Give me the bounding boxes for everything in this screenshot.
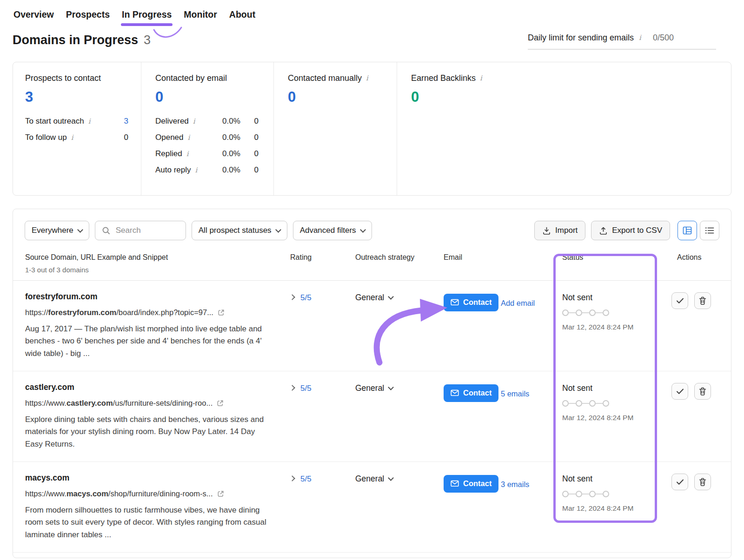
nav-monitor[interactable]: Monitor: [183, 9, 218, 20]
to-start-outreach-value[interactable]: 3: [124, 117, 128, 126]
info-icon[interactable]: i: [70, 134, 74, 141]
domain-link[interactable]: forestryforum.com: [25, 292, 290, 302]
list-view-button[interactable]: [700, 221, 719, 240]
stats-panel: Prospects to contact 3 To start outreach…: [13, 62, 731, 196]
emails-link[interactable]: 3 emails: [501, 480, 529, 489]
mark-done-button[interactable]: [671, 474, 688, 490]
domain-link[interactable]: macys.com: [25, 473, 290, 483]
info-icon[interactable]: i: [194, 167, 199, 174]
add-email-link[interactable]: Add email: [501, 299, 535, 308]
mark-done-button[interactable]: [671, 292, 688, 309]
view-toggle: [678, 221, 719, 240]
stat-value: 0: [155, 89, 264, 105]
status-cell: Not sent Mar 12, 2024 8:24 PM: [562, 382, 671, 422]
info-icon[interactable]: i: [479, 75, 483, 82]
snippet-text: From modern silhouettes to rustic farmho…: [25, 504, 274, 541]
external-link-icon[interactable]: [218, 309, 225, 316]
email-cell: Contact 5 emails: [444, 382, 562, 402]
header-actions: Actions: [671, 253, 719, 274]
daily-limit-label: Daily limit for sending emails: [528, 33, 634, 43]
export-icon: [599, 226, 608, 235]
actions-cell: [671, 473, 719, 490]
expand-row-icon[interactable]: [289, 294, 295, 300]
source-cell: macys.com https://www.macys.com/shop/fur…: [25, 473, 290, 541]
actions-cell: [671, 292, 719, 309]
strategy-value: General: [355, 474, 384, 484]
delete-button[interactable]: [694, 474, 711, 490]
status-progress-dots: [562, 491, 671, 497]
search-box[interactable]: [95, 221, 186, 240]
info-icon[interactable]: i: [187, 134, 191, 141]
import-button-label: Import: [555, 226, 578, 235]
rating-value[interactable]: 5/5: [300, 384, 312, 393]
expand-row-icon[interactable]: [289, 475, 295, 481]
table-view-button[interactable]: [678, 221, 697, 240]
import-button[interactable]: Import: [534, 221, 585, 240]
delivered-count: 0: [248, 117, 259, 126]
status-progress-dots: [562, 400, 671, 407]
domain-link[interactable]: castlery.com: [25, 382, 290, 392]
info-icon[interactable]: i: [192, 118, 196, 125]
opened-count: 0: [248, 133, 259, 142]
export-to-csv-button[interactable]: Export to CSV: [591, 221, 670, 240]
nav-in-progress[interactable]: In Progress: [121, 9, 173, 20]
list-view-icon: [705, 227, 714, 234]
auto-reply-count: 0: [248, 165, 259, 175]
delete-button[interactable]: [694, 383, 711, 400]
top-nav: Overview Prospects In Progress Monitor A…: [0, 0, 744, 26]
nav-overview[interactable]: Overview: [13, 9, 55, 20]
domains-count: 3: [144, 33, 151, 47]
contact-button[interactable]: Contact: [444, 384, 498, 402]
advanced-filters-select[interactable]: Advanced filters: [293, 221, 372, 240]
status-date: Mar 12, 2024 8:24 PM: [562, 504, 671, 513]
external-link-icon[interactable]: [217, 400, 224, 407]
chevron-down-icon: [388, 475, 394, 481]
expand-row-icon[interactable]: [289, 385, 295, 391]
search-input[interactable]: [115, 225, 175, 236]
status-text: Not sent: [562, 382, 671, 393]
contact-button[interactable]: Contact: [444, 294, 498, 311]
daily-limit-value: 0/500: [653, 33, 674, 43]
outreach-strategy-select[interactable]: General: [355, 382, 444, 393]
page-title: Domains in Progress3: [13, 33, 151, 47]
contact-button[interactable]: Contact: [444, 475, 498, 493]
delete-button[interactable]: [694, 292, 711, 309]
stat-title: Earned Backlinks: [411, 73, 476, 83]
info-icon[interactable]: i: [365, 75, 369, 82]
snippet-text: Aug 17, 2017 — The plan/wish list morphe…: [25, 323, 274, 360]
nav-about[interactable]: About: [228, 9, 256, 20]
outreach-strategy-select[interactable]: General: [355, 473, 444, 484]
email-cell: Contact Add email: [444, 292, 562, 311]
outreach-strategy-select[interactable]: General: [355, 292, 444, 303]
contact-button-label: Contact: [463, 479, 492, 488]
info-icon[interactable]: i: [638, 34, 642, 41]
status-date: Mar 12, 2024 8:24 PM: [562, 414, 671, 422]
chevron-down-icon: [275, 227, 281, 233]
prospect-statuses-select[interactable]: All prospect statuses: [192, 221, 287, 240]
opened-pct: 0.0%: [222, 133, 248, 142]
url-text: https://forestryforum.com/board/index.ph…: [25, 308, 213, 317]
stat-title: Prospects to contact: [25, 73, 101, 83]
external-link-icon[interactable]: [217, 490, 224, 497]
header-strategy: Outreach strategy: [355, 253, 444, 274]
scope-select[interactable]: Everywhere: [25, 221, 89, 240]
delivered-pct: 0.0%: [222, 117, 248, 126]
chevron-down-icon: [388, 294, 394, 300]
rating-value[interactable]: 5/5: [300, 293, 312, 303]
stat-row-replied: Repliedi 0.0% 0: [155, 149, 259, 158]
nav-prospects[interactable]: Prospects: [65, 9, 111, 20]
rating-value[interactable]: 5/5: [300, 474, 312, 484]
contact-button-label: Contact: [463, 389, 492, 397]
envelope-icon: [451, 480, 459, 487]
info-icon[interactable]: i: [87, 118, 92, 125]
title-row: Domains in Progress3 Daily limit for sen…: [0, 26, 744, 50]
mark-done-button[interactable]: [671, 383, 688, 400]
contact-button-label: Contact: [463, 298, 492, 307]
rating-cell: 5/5: [290, 292, 355, 303]
emails-link[interactable]: 5 emails: [501, 389, 529, 398]
info-icon[interactable]: i: [186, 151, 190, 158]
stat-row-label: To follow up: [25, 133, 67, 142]
strategy-value: General: [355, 383, 384, 393]
stat-contacted-manually: Contacted manuallyi 0: [273, 62, 397, 195]
export-button-label: Export to CSV: [612, 226, 662, 235]
